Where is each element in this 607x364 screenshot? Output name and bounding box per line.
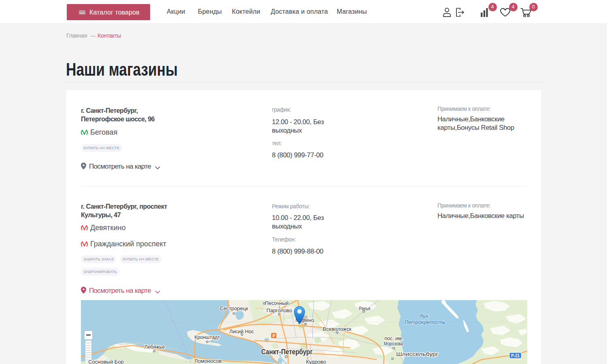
svg-text:Ломоносов: Ломоносов bbox=[194, 358, 221, 364]
svg-text:Лебяжье: Лебяжье bbox=[144, 344, 165, 350]
svg-text:Р-21: Р-21 bbox=[511, 353, 520, 358]
svg-text:Санкт-Петербург: Санкт-Петербург bbox=[261, 348, 313, 356]
svg-text:Шлиссельбург: Шлиссельбург bbox=[396, 351, 438, 357]
svg-text:Сестрорецк: Сестрорецк bbox=[220, 305, 248, 311]
svg-text:Песочный: Песочный bbox=[265, 301, 289, 306]
svg-text:₽: ₽ bbox=[272, 333, 275, 338]
svg-text:Сосновый Бор: Сосновый Бор bbox=[88, 359, 124, 364]
svg-text:Всеволожск: Всеволожск bbox=[323, 326, 352, 332]
svg-text:Кудрово: Кудрово bbox=[306, 359, 326, 364]
svg-text:пос. им.: пос. им. bbox=[384, 336, 403, 341]
svg-text:Кронштадт: Кронштадт bbox=[195, 334, 220, 340]
svg-text:бух.: бух. bbox=[420, 313, 430, 319]
svg-text:Парголово: Парголово bbox=[267, 307, 292, 313]
svg-text:Рахья: Рахья bbox=[359, 306, 370, 311]
svg-text:Петрокрепость: Петрокрепость bbox=[405, 319, 446, 325]
svg-text:Морозова: Морозова bbox=[384, 341, 403, 347]
